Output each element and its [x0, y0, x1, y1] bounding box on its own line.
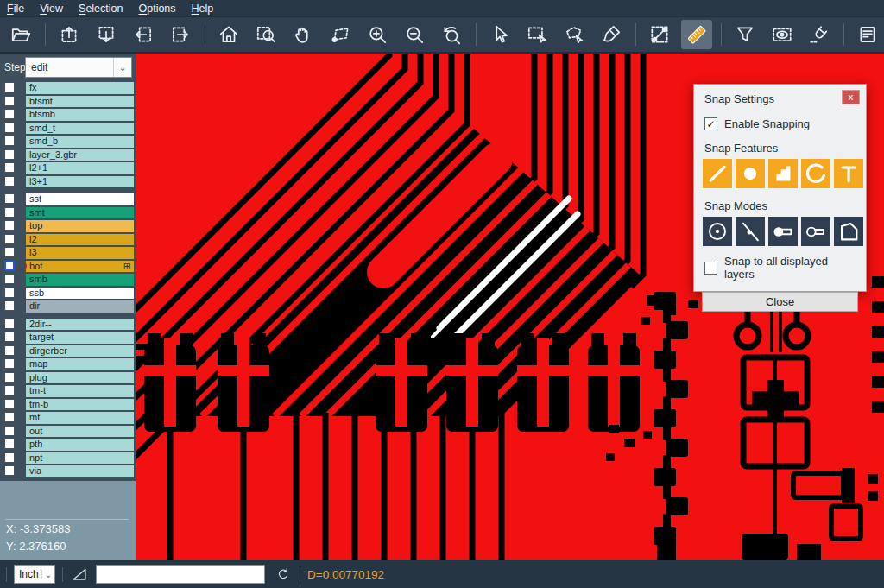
layer-visibility-checkbox[interactable]: [4, 372, 15, 383]
layer-visibility-checkbox[interactable]: [4, 136, 15, 146]
snap-line-button[interactable]: [703, 159, 732, 188]
zoom-in-button[interactable]: [362, 20, 393, 49]
pan-down-button[interactable]: [91, 20, 122, 49]
layer-visibility-checkbox[interactable]: [4, 234, 15, 244]
layer-visibility-checkbox[interactable]: [4, 193, 15, 204]
pan-left-button[interactable]: [128, 20, 159, 49]
layer-item-tm-b[interactable]: tm-b: [26, 399, 134, 411]
select-poly-button[interactable]: [559, 20, 590, 49]
pcb-canvas[interactable]: Snap Settings x ✓ Enable Snapping Snap F…: [136, 54, 884, 560]
snap-all-layers-checkbox[interactable]: [704, 262, 717, 275]
refresh-icon[interactable]: [275, 566, 291, 582]
layer-item-sst[interactable]: sst: [26, 193, 134, 205]
enable-snapping-checkbox[interactable]: ✓: [704, 117, 717, 130]
measure-input[interactable]: [96, 565, 265, 584]
layer-item-bot[interactable]: bot⊞: [26, 261, 134, 273]
magnet-button[interactable]: [804, 20, 835, 49]
filter-button[interactable]: [729, 20, 761, 49]
zoom-out-button[interactable]: [399, 20, 430, 49]
zoom-window-button[interactable]: [325, 20, 356, 49]
menu-item-file[interactable]: File: [7, 3, 24, 15]
layer-item-2dir--[interactable]: 2dir--: [26, 319, 134, 331]
select-arrow-button[interactable]: [484, 20, 515, 49]
layer-visibility-checkbox[interactable]: [4, 399, 15, 409]
layer-visibility-checkbox[interactable]: [4, 274, 15, 284]
grid-icon[interactable]: ⊞: [123, 261, 131, 272]
paint-brush-button[interactable]: [596, 20, 627, 49]
pan-right-button[interactable]: [165, 20, 196, 49]
menu-item-options[interactable]: Options: [138, 3, 175, 15]
layer-item-smt[interactable]: smt: [26, 207, 134, 219]
layer-visibility-checkbox[interactable]: [4, 426, 15, 436]
layer-item-target[interactable]: target: [26, 332, 134, 344]
snap-arc-button[interactable]: [801, 159, 830, 188]
layer-item-out[interactable]: out: [26, 426, 134, 438]
layer-visibility-checkbox[interactable]: [4, 261, 15, 271]
layer-visibility-checkbox[interactable]: [4, 82, 15, 92]
angle-ruler-icon[interactable]: [70, 565, 89, 584]
layer-item-fx[interactable]: fx: [26, 82, 134, 94]
layer-visibility-checkbox[interactable]: [4, 207, 15, 218]
snap-text-button[interactable]: [834, 159, 863, 188]
layer-visibility-checkbox[interactable]: [4, 288, 15, 298]
snap-vertex-button[interactable]: [834, 217, 863, 246]
chevron-down-icon[interactable]: ⌄: [113, 58, 131, 77]
snap-circle-button[interactable]: [736, 159, 765, 188]
measure-line-button[interactable]: [644, 20, 675, 49]
layer-visibility-checkbox[interactable]: [4, 332, 15, 342]
layer-visibility-checkbox[interactable]: [4, 452, 15, 463]
snap-pad-outline-button[interactable]: [801, 217, 830, 246]
layer-item-map[interactable]: map: [26, 358, 134, 370]
layer-item-top[interactable]: top: [26, 220, 134, 232]
zoom-previous-button[interactable]: [436, 20, 467, 49]
layer-visibility-checkbox[interactable]: [4, 358, 15, 369]
step-select[interactable]: edit ⌄: [25, 57, 132, 78]
select-rect-button[interactable]: [521, 20, 552, 49]
layer-item-ssb[interactable]: ssb: [26, 288, 134, 300]
layer-visibility-checkbox[interactable]: [4, 319, 15, 329]
layer-item-l3+1[interactable]: l3+1: [26, 176, 134, 188]
menu-item-view[interactable]: View: [40, 3, 63, 15]
layer-visibility-checkbox[interactable]: [4, 412, 15, 422]
open-folder-button[interactable]: [5, 20, 36, 49]
layer-item-tm-t[interactable]: tm-t: [26, 385, 134, 397]
unit-select[interactable]: Inch ⌄: [14, 565, 55, 584]
layer-item-plug[interactable]: plug: [26, 372, 134, 384]
ruler-button[interactable]: [681, 20, 712, 49]
layer-visibility-checkbox[interactable]: [4, 123, 15, 133]
dialog-title-bar[interactable]: Snap Settings x: [694, 85, 866, 109]
layer-visibility-checkbox[interactable]: [4, 162, 15, 173]
layer-visibility-checkbox[interactable]: [4, 176, 15, 187]
layer-item-bfsmt[interactable]: bfsmt: [26, 96, 134, 108]
menu-item-selection[interactable]: Selection: [79, 3, 123, 15]
layer-visibility-checkbox[interactable]: [4, 385, 15, 395]
layer-item-l2+1[interactable]: l2+1: [26, 162, 134, 174]
layer-item-npt[interactable]: npt: [26, 452, 134, 465]
layer-visibility-checkbox[interactable]: [4, 247, 15, 257]
layer-item-dir[interactable]: dir: [26, 300, 134, 313]
snap-nearest-button[interactable]: [736, 217, 765, 246]
snap-surface-button[interactable]: [768, 159, 798, 188]
menu-item-help[interactable]: Help: [192, 3, 214, 15]
layer-item-l2[interactable]: l2: [26, 234, 134, 246]
pan-up-button[interactable]: [54, 20, 85, 49]
layer-item-layer_3.gbr[interactable]: layer_3.gbr: [26, 149, 134, 161]
snap-center-button[interactable]: [703, 217, 732, 246]
close-button[interactable]: Close: [702, 292, 858, 312]
layer-item-bfsmb[interactable]: bfsmb: [26, 109, 134, 121]
layer-item-smb[interactable]: smb: [26, 274, 134, 286]
chevron-down-icon[interactable]: ⌄: [41, 570, 54, 579]
dialog-close-icon[interactable]: x: [842, 90, 860, 104]
pan-hand-button[interactable]: [287, 20, 319, 49]
layer-visibility-checkbox[interactable]: [4, 96, 15, 106]
layer-visibility-checkbox[interactable]: [4, 220, 15, 231]
layer-visibility-checkbox[interactable]: [4, 149, 15, 160]
layer-item-smd_t[interactable]: smd_t: [26, 123, 134, 135]
zoom-region-button[interactable]: [250, 20, 281, 49]
report-button[interactable]: [852, 20, 883, 49]
layer-item-l3[interactable]: l3: [26, 247, 134, 259]
layer-item-pth[interactable]: pth: [26, 439, 134, 451]
layer-visibility-checkbox[interactable]: [4, 109, 15, 119]
layer-visibility-checkbox[interactable]: [4, 345, 15, 356]
layer-visibility-checkbox[interactable]: [4, 465, 15, 476]
